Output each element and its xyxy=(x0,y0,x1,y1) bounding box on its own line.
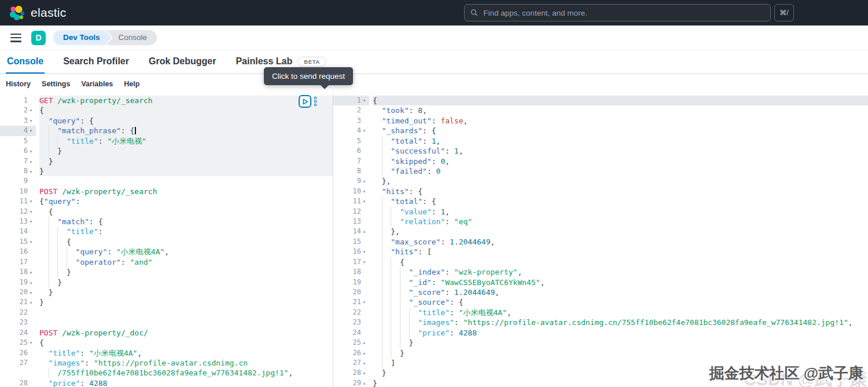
code-line: "skipped": 0, xyxy=(373,156,868,166)
gutter-line: 6 xyxy=(333,146,369,156)
code-line: "successful": 1, xyxy=(373,146,868,156)
fold-toggle-icon[interactable]: ▾ xyxy=(361,247,367,257)
dev-tools-app-badge[interactable]: D xyxy=(31,31,46,45)
fold-toggle-icon[interactable]: ▾ xyxy=(361,187,367,196)
fold-toggle-icon[interactable]: ▾ xyxy=(28,207,34,217)
code-line: "_shards": { xyxy=(373,126,868,136)
gutter-line: 9 xyxy=(0,176,36,186)
brand-name: elastic xyxy=(31,6,67,20)
fold-toggle-icon[interactable]: ▴ xyxy=(361,338,367,348)
request-editor-code[interactable]: GET /wzk-property/_search{"query": {"mat… xyxy=(36,96,333,387)
code-line: } xyxy=(39,166,333,176)
search-shortcut-badge: ⌘/ xyxy=(774,4,794,21)
fold-toggle-icon[interactable]: ▴ xyxy=(28,166,34,176)
tab-search-profiler[interactable]: Search Profiler xyxy=(62,50,130,74)
fold-toggle-icon[interactable]: ▾ xyxy=(28,116,34,126)
fold-toggle-icon[interactable]: ▾ xyxy=(28,126,34,136)
fold-toggle-icon[interactable]: ▾ xyxy=(361,126,367,136)
gutter-line: 23 xyxy=(0,317,36,327)
tab-console[interactable]: Console xyxy=(6,50,45,74)
gutter-line: 23 xyxy=(333,317,369,327)
code-line: } xyxy=(373,378,868,387)
gutter-line: 26▴ xyxy=(333,348,369,358)
global-search-box[interactable] xyxy=(464,4,771,21)
code-line: ] xyxy=(373,358,868,368)
fold-toggle-icon[interactable]: ▴ xyxy=(361,368,367,378)
tab-grok-debugger[interactable]: Grok Debugger xyxy=(148,50,217,74)
code-line: } xyxy=(39,297,333,307)
code-line: "timed_out": false, xyxy=(373,116,868,126)
send-request-tooltip: Click to send request xyxy=(264,67,353,85)
fold-toggle-icon[interactable]: ▾ xyxy=(28,105,34,115)
fold-toggle-icon[interactable]: ▴ xyxy=(28,287,34,297)
request-options-icon[interactable] xyxy=(314,95,317,106)
fold-toggle-icon[interactable]: ▾ xyxy=(361,96,367,105)
fold-toggle-icon[interactable]: ▴ xyxy=(28,297,34,307)
console-menu-help[interactable]: Help xyxy=(124,80,139,88)
gutter-line: 29▴ xyxy=(333,378,369,387)
gutter-line: 15 xyxy=(333,237,369,247)
send-request-button[interactable] xyxy=(299,95,311,108)
console-menu-history[interactable]: History xyxy=(6,80,31,88)
code-line: { xyxy=(39,105,333,115)
elastic-logo-icon xyxy=(9,5,25,21)
code-line: "_source": { xyxy=(373,297,868,307)
code-line: } xyxy=(39,156,333,166)
code-line: } xyxy=(39,278,333,287)
gutter-line: 22 xyxy=(0,308,36,317)
fold-toggle-icon[interactable]: ▾ xyxy=(28,196,34,206)
console-editors: 12▾3▾4▾56▴7▴8▴91011▾12▾13▾1415▾161718▴19… xyxy=(0,94,868,387)
code-line: "title": "小米电视" xyxy=(39,136,333,146)
gutter-line: 4▾ xyxy=(0,126,36,136)
code-line: } xyxy=(39,287,333,297)
code-line: "match": { xyxy=(39,217,333,227)
code-line: } xyxy=(373,368,868,378)
response-viewer-gutter: 1▾234▾56789▴10▾11▾121314▴1516▾17▾1819202… xyxy=(333,96,369,387)
fold-toggle-icon[interactable]: ▴ xyxy=(361,227,367,236)
gutter-line: 22 xyxy=(333,308,369,317)
code-line: "relation": "eq" xyxy=(373,217,868,227)
gutter-line: 11▾ xyxy=(0,196,36,206)
fold-toggle-icon[interactable]: ▴ xyxy=(28,146,34,156)
request-editor[interactable]: 12▾3▾4▾56▴7▴8▴91011▾12▾13▾1415▾161718▴19… xyxy=(0,94,333,387)
code-line xyxy=(39,176,333,186)
fold-toggle-icon[interactable]: ▴ xyxy=(361,348,367,358)
response-viewer[interactable]: 1▾234▾56789▴10▾11▾121314▴1516▾17▾1819202… xyxy=(333,94,868,387)
console-toolbar: HistorySettingsVariablesHelp xyxy=(0,74,868,94)
gutter-line: 12▾ xyxy=(0,207,36,217)
menu-icon[interactable] xyxy=(10,34,21,42)
gutter-line: 8▴ xyxy=(0,166,36,176)
nav-bar: D Dev Tools Console xyxy=(0,25,868,50)
fold-toggle-icon[interactable]: ▴ xyxy=(28,156,34,166)
gutter-line: 12 xyxy=(333,207,369,217)
code-line: { xyxy=(373,96,868,105)
console-menu-settings[interactable]: Settings xyxy=(42,80,70,88)
gutter-line: 27▴ xyxy=(333,358,369,368)
fold-toggle-icon[interactable]: ▾ xyxy=(361,196,367,206)
fold-toggle-icon[interactable]: ▴ xyxy=(361,176,367,186)
fold-toggle-icon[interactable]: ▾ xyxy=(28,237,34,247)
fold-toggle-icon[interactable]: ▾ xyxy=(361,257,367,267)
gutter-line: 13▾ xyxy=(0,217,36,227)
fold-toggle-icon[interactable]: ▴ xyxy=(28,267,34,277)
breadcrumb-console[interactable]: Console xyxy=(106,30,157,45)
fold-toggle-icon[interactable]: ▾ xyxy=(361,297,367,307)
code-line: "failed": 0 xyxy=(373,166,868,176)
fold-toggle-icon[interactable]: ▴ xyxy=(361,358,367,368)
gutter-line: 27 xyxy=(0,358,36,368)
code-line: "_id": "WawCS5EByoATC6YkWn45", xyxy=(373,278,868,287)
fold-toggle-icon[interactable]: ▴ xyxy=(28,278,34,287)
gutter-line: 24 xyxy=(333,328,369,338)
response-viewer-code[interactable]: {"took": 8,"timed_out": false,"_shards":… xyxy=(369,96,868,387)
gutter-line: 6▴ xyxy=(0,146,36,156)
fold-toggle-icon[interactable]: ▾ xyxy=(28,217,34,227)
fold-toggle-icon[interactable]: ▾ xyxy=(28,338,34,348)
console-menu-variables[interactable]: Variables xyxy=(81,80,113,88)
breadcrumb-dev-tools[interactable]: Dev Tools xyxy=(53,30,112,45)
elastic-logo[interactable]: elastic xyxy=(9,5,67,21)
code-line: "price": 4288 xyxy=(39,378,333,387)
fold-toggle-icon[interactable]: ▴ xyxy=(361,378,367,387)
request-actions xyxy=(299,95,317,108)
search-input[interactable] xyxy=(482,8,764,18)
code-line: "title": "小米电视4A", xyxy=(373,308,868,317)
